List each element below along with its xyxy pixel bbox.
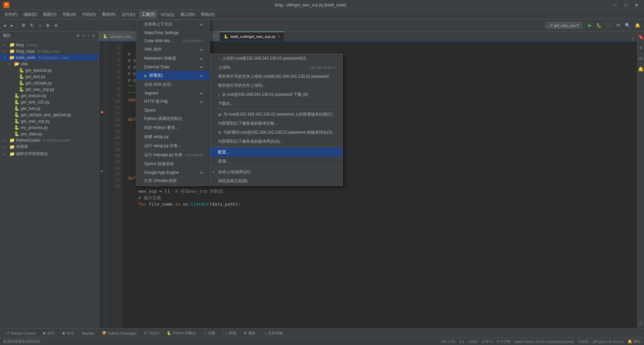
sidebar-item-kaldi-code[interactable]: ▾ 📂 kaldi_code E:\kaldi\kaldi_code xyxy=(0,54,99,61)
close-button[interactable]: ✕ xyxy=(633,2,641,8)
menu-vagrant[interactable]: Vagrant xyxy=(136,89,210,97)
menu-refactor[interactable]: 重构(R) xyxy=(99,10,118,19)
menu-wakatime[interactable]: WakaTime Settings xyxy=(136,29,210,37)
stop-button[interactable]: ⬛ xyxy=(604,22,614,29)
search-everywhere-button[interactable]: 🔍 xyxy=(623,22,632,29)
toolbar-build-btn[interactable]: ⌂ xyxy=(37,22,43,29)
toolbar-collapse-btn[interactable]: ⊖ xyxy=(52,22,60,29)
deploy-upload-all-root[interactable]: 将所有打开的文件上传到 root@192.168.242.130:22 pass… xyxy=(210,72,342,81)
sidebar-item-get-spk2utt[interactable]: 🐍 get_spk2utt.py xyxy=(0,67,99,73)
sidebar-item-scratch[interactable]: ▸ 📁 临时文件和控制台 xyxy=(0,150,99,157)
sidebar-item-get-utt2spk-and-spk2utt[interactable]: 🐍 get_utt2spk_and_spk2utt.py xyxy=(0,112,99,118)
toolbar-sync-btn[interactable]: ↻ xyxy=(28,22,36,29)
deploy-options[interactable]: 选项... xyxy=(210,157,342,166)
deploy-download-from[interactable]: 下载自... xyxy=(210,99,342,108)
tab-more-btn[interactable]: ⋮ xyxy=(628,36,637,41)
menu-space[interactable]: Space xyxy=(136,106,210,114)
tab-run[interactable]: ▶ 运行 xyxy=(40,329,58,337)
database-icon[interactable]: 🗃 xyxy=(637,54,644,62)
menu-create-setup[interactable]: 创建 setup.py xyxy=(136,132,210,141)
run-button[interactable]: ▶ xyxy=(586,22,594,29)
tab-services[interactable]: ⚙ 服务 xyxy=(240,329,259,337)
tab-terminal[interactable]: ⬛ 终端 xyxy=(219,329,239,337)
sidebar-item-get-utt2spk[interactable]: 🐍 get_utt2spk.py xyxy=(0,80,99,86)
menu-run-setup[interactable]: 运行 setup.py 任务... xyxy=(136,141,210,150)
deploy-configure[interactable]: 配置... xyxy=(210,148,342,157)
sidebar-item-get-text-102[interactable]: 🐍 get_text_102.py xyxy=(0,99,99,105)
debug-button[interactable]: 🐛 xyxy=(594,22,604,29)
deploy-compare-root[interactable]: ⇄ 与 root@192.168.242.130:22 password 上的部… xyxy=(210,110,342,119)
sidebar-item-utils[interactable]: ▾ 📂 utils xyxy=(0,61,99,67)
status-csdn[interactable]: CSDN xyxy=(578,340,588,344)
sidebar-close-btn[interactable]: ✕ xyxy=(91,33,96,38)
menu-nav[interactable]: 导航(N) xyxy=(60,10,79,19)
tab-site[interactable]: ◉ 站点 xyxy=(59,329,77,337)
sidebar-settings-btn[interactable]: ⚙ xyxy=(75,33,81,38)
sidebar-item-get-wav-scp-2[interactable]: 🐍 get_wav_scp.py xyxy=(0,118,99,124)
tab-python-packages[interactable]: 📦 Python Packages xyxy=(99,330,140,337)
menu-code[interactable]: 代码(O) xyxy=(79,10,99,19)
structure-icon[interactable]: ≡ xyxy=(638,44,643,52)
status-user[interactable]: @Python AI Xenon xyxy=(592,340,624,344)
deploy-sync-to[interactable]: 与部署到以下服务器的版本同步(S)... xyxy=(210,137,342,146)
sidebar-item-blog-xnjsz[interactable]: ▸ 📁 blog_xnjsz E:\blog_xnjsz xyxy=(0,48,99,54)
notifications-button[interactable]: 🔔 xyxy=(633,22,642,29)
toolbar-expand-btn[interactable]: ⊕ xyxy=(44,22,52,29)
menu-google-app-engine[interactable]: Google App Engine xyxy=(136,168,210,177)
tab-python-console[interactable]: 🐍 Python 控制台 xyxy=(163,329,200,337)
status-notify[interactable]: 🔔 通知 xyxy=(628,339,641,344)
toolbar-forward-btn[interactable]: ▸ xyxy=(9,22,15,29)
tab-close-btn-4[interactable]: ✕ xyxy=(277,35,280,39)
sidebar-item-get-text[interactable]: 🐍 get_text.py xyxy=(0,73,99,80)
deploy-sync-root[interactable]: ↻ 与部署到 root@192.168.242.130:22 password … xyxy=(210,128,342,137)
menu-http-client[interactable]: HTTP 客户端 xyxy=(136,97,210,106)
layout-icon[interactable]: ⬡ xyxy=(638,319,644,327)
deploy-upload-root[interactable]: ↑ 上传到 root@192.168.242.130:22 password(U… xyxy=(210,54,342,63)
tab-file-transfer[interactable]: ↑↓ 文件传输 xyxy=(260,329,286,337)
status-interpreter[interactable]: kaldi Python 3.6.8 (/usr/bin/python3) xyxy=(515,340,574,344)
menu-tools[interactable]: 工具(T) xyxy=(139,10,157,19)
deploy-auto-upload[interactable]: ✓ 自动上传(始终)(A) xyxy=(210,167,342,177)
tab-kaldi-code-get-wav[interactable]: 🐍 kaldi_code\get_wav_scp.py ✕ xyxy=(220,31,285,41)
status-indent[interactable]: 4 个空格 xyxy=(496,339,511,344)
toolbar-settings-btn[interactable]: ⚙ xyxy=(19,22,28,29)
menu-code-with-me[interactable]: Code With Me... Ctrl+Shift+Y xyxy=(136,37,210,45)
tab-statistic[interactable]: Statistic xyxy=(78,330,98,337)
maximize-button[interactable]: □ xyxy=(623,2,629,8)
sidebar-layout-btn[interactable]: ≡ xyxy=(82,33,86,38)
sidebar-item-pre-data[interactable]: 🐍 pre_data.py xyxy=(0,131,99,137)
menu-vcs[interactable]: VCS(S) xyxy=(158,11,177,18)
tab-version-control[interactable]: ⎇ Version Control xyxy=(2,330,39,337)
menu-python-console[interactable]: Python 或调试控制台 xyxy=(136,114,210,123)
tab-problems[interactable]: ✓ 问题 xyxy=(200,329,219,337)
deploy-upload-all-to[interactable]: 将所有打开的文件上传到... xyxy=(210,81,342,90)
sidebar-item-external-libs[interactable]: ▸ 📁 外部库 xyxy=(0,143,99,150)
deploy-browse-remote[interactable]: 浏览远程主机(B) xyxy=(210,177,342,186)
deploy-compare-to[interactable]: 与部署到以下服务器的版本比较... xyxy=(210,119,342,128)
menu-sync-python-req[interactable]: 同步 Python 要求... xyxy=(136,123,210,132)
tab-close-btn-3[interactable]: ✕ xyxy=(213,34,215,38)
menu-view[interactable]: 视图(V) xyxy=(40,10,59,19)
menu-external-tools[interactable]: External Tools xyxy=(136,63,210,71)
menu-sphinx[interactable]: Sphinx 快速启动 xyxy=(136,159,210,168)
bookmark-icon[interactable]: 🔖 xyxy=(637,33,644,41)
sidebar-item-get-lexicon[interactable]: 🐍 get_lexicon.py xyxy=(0,92,99,99)
menu-cprofile[interactable]: 打开 CProfile 快照 xyxy=(136,177,210,186)
menu-file[interactable]: 文件(F) xyxy=(2,10,20,19)
status-position[interactable]: 9:1 xyxy=(459,340,464,344)
toolbar-back-btn[interactable]: ◂ xyxy=(2,22,8,29)
menu-run-manage[interactable]: 运行 manage.py 任务... Ctrl+Alt+R xyxy=(136,150,210,159)
sidebar-sort-btn[interactable]: ↕ xyxy=(87,33,91,38)
branch-selector[interactable]: ⎇ get_wav_scp ▾ xyxy=(545,22,582,28)
menu-window[interactable]: 窗口(W) xyxy=(178,10,198,19)
minimize-button[interactable]: ─ xyxy=(612,2,619,8)
notification-right-icon[interactable]: 🔔 xyxy=(637,65,644,73)
status-line-sep[interactable]: CRLF xyxy=(469,340,478,344)
tab-todo[interactable]: ☑ TODO xyxy=(141,330,163,337)
sidebar-item-my-process[interactable]: 🐍 my_process.py xyxy=(0,124,99,131)
status-encoding[interactable]: UTF-8 xyxy=(482,340,492,344)
status-memory[interactable]: 0% / 7% xyxy=(441,340,455,344)
sidebar-item-get-wav-scp[interactable]: 🐍 get_wav_scp.py xyxy=(0,86,99,92)
menu-deploy[interactable]: ▶ 部署(E) xyxy=(136,71,210,80)
menu-run[interactable]: 运行(U) xyxy=(119,10,138,19)
